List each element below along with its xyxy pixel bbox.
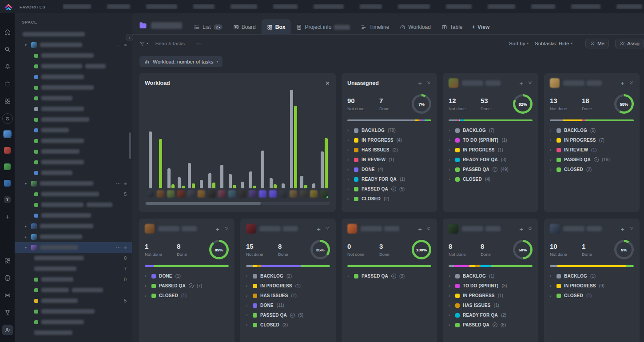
sidebar-item[interactable] (15, 72, 132, 82)
favorite-item-redacted[interactable] (531, 4, 555, 9)
favorite-item-redacted[interactable] (107, 4, 130, 9)
add-task-button[interactable]: + (620, 226, 624, 232)
user-avatar[interactable] (320, 190, 328, 198)
workload-bar-column[interactable] (207, 90, 217, 198)
status-row[interactable]: ›CLOSED(2) (550, 166, 634, 173)
add-task-button[interactable]: + (519, 226, 523, 232)
status-row[interactable]: ›READY FOR QA(3) (449, 156, 533, 163)
filter-button[interactable]: ▾ (139, 41, 148, 47)
favorite-item-redacted[interactable] (360, 4, 382, 9)
workload-bar-column[interactable] (247, 90, 258, 198)
tab-table[interactable]: Table (437, 20, 468, 34)
user-avatar[interactable] (290, 190, 297, 198)
sidebar-item[interactable]: 7 (15, 263, 132, 274)
sidebar-item[interactable] (15, 61, 132, 72)
home-icon[interactable] (2, 27, 13, 37)
user-avatar[interactable] (167, 190, 175, 198)
expand-card-button[interactable] (629, 225, 634, 233)
workload-bar-column[interactable] (186, 90, 196, 198)
status-row[interactable]: ›BACKLOG(1) (449, 273, 533, 279)
status-row[interactable]: ›CLOSED(1) (550, 292, 634, 299)
workload-bar-column[interactable] (227, 90, 237, 198)
add-task-button[interactable]: + (317, 226, 321, 232)
tab-workload[interactable]: Workload (395, 20, 435, 34)
status-row[interactable]: ›PASSED QA✓(3) (347, 273, 431, 279)
sidebar-item[interactable] (15, 199, 132, 210)
status-row[interactable]: ›DONE(11) (246, 302, 330, 309)
sidebar-item[interactable] (15, 317, 132, 327)
subtasks-toggle[interactable]: Subtasks: Hide▾ (535, 41, 572, 46)
favorite-item-redacted[interactable] (571, 4, 600, 9)
search-tasks-input[interactable]: Search tasks... (155, 41, 189, 46)
status-row[interactable]: ›PASSED QA✓(49) (449, 166, 533, 173)
add-task-button[interactable]: + (519, 80, 523, 87)
sidebar-item[interactable] (15, 135, 132, 146)
favorite-item-redacted[interactable] (273, 4, 298, 9)
clickup-logo-icon[interactable] (4, 2, 13, 12)
tab-board[interactable]: Board (228, 20, 261, 34)
sidebar-item[interactable] (15, 157, 132, 167)
sidebar-scrollbar[interactable] (129, 132, 131, 159)
expand-card-button[interactable] (528, 79, 533, 87)
status-row[interactable]: ›CLOSED(2) (347, 195, 431, 202)
tab-box[interactable]: Box (262, 20, 291, 34)
sidebar-folder[interactable]: ▸ (15, 221, 132, 231)
expand-card-button[interactable] (528, 225, 533, 233)
status-row[interactable]: ›READY FOR QA(2) (449, 312, 533, 318)
space-avatar-t[interactable]: T (4, 196, 11, 203)
sidebar-folder[interactable]: ▾⋯ (15, 40, 132, 50)
trophy-icon[interactable] (2, 307, 13, 318)
assignees-button[interactable]: Assig (615, 39, 644, 48)
status-row[interactable]: ›PASSED QA✓(5) (246, 312, 330, 318)
status-row[interactable]: ›BACKLOG(1) (550, 273, 634, 279)
chart-scrollbar[interactable] (145, 202, 330, 205)
status-row[interactable]: ›READY FOR QA(1) (347, 176, 431, 183)
workload-bar-column[interactable] (309, 90, 319, 198)
status-row[interactable]: ›HAS ISSUES(1) (449, 302, 533, 309)
add-task-button[interactable]: + (418, 226, 422, 232)
workload-bar-column[interactable] (166, 90, 176, 198)
status-row[interactable]: ›CLOSED(4) (449, 176, 533, 183)
status-row[interactable]: ›HAS ISSUES(2) (347, 147, 431, 153)
sidebar-item[interactable] (15, 125, 132, 135)
status-row[interactable]: ›IN PROGRESS(1) (449, 147, 533, 153)
docs-icon[interactable] (2, 273, 13, 283)
apps-grid-icon[interactable] (2, 96, 13, 107)
status-row[interactable]: ›PASSED QA✓(5) (347, 186, 431, 192)
user-avatar[interactable] (187, 190, 195, 198)
sidebar-item[interactable] (15, 114, 132, 125)
chevron-down-icon[interactable]: ▾ (24, 43, 28, 47)
workload-metric-select[interactable]: Workload: number of tasks ▾ (139, 56, 223, 67)
status-row[interactable]: ›HAS ISSUES(1) (246, 292, 330, 299)
status-row[interactable]: ›PASSED QA✓(7) (145, 282, 229, 289)
status-row[interactable]: ›IN PROGRESS(7) (550, 137, 634, 143)
expand-card-button[interactable] (325, 225, 330, 233)
user-avatar[interactable] (177, 190, 185, 198)
sidebar-item[interactable] (15, 50, 132, 61)
workload-bar-column[interactable] (145, 90, 155, 198)
sidebar-item[interactable] (15, 82, 132, 93)
favorite-item-redacted[interactable] (193, 4, 215, 9)
space-avatar-blue[interactable] (4, 131, 11, 137)
status-row[interactable]: ›IN PROGRESS(1) (246, 282, 330, 289)
dashboards-icon[interactable] (2, 255, 13, 266)
add-task-button[interactable]: + (215, 226, 219, 232)
tab-count-badge[interactable]: 2 ▾ (214, 24, 223, 30)
sidebar-item[interactable]: 5 (15, 295, 132, 306)
user-avatar[interactable] (157, 190, 164, 198)
status-row[interactable]: ›DONE(1) (145, 273, 229, 279)
favorite-item-redacted[interactable] (146, 4, 177, 9)
chevron-right-icon[interactable]: ▸ (24, 235, 28, 239)
sidebar-folder[interactable]: ▸ (15, 231, 132, 242)
status-row[interactable]: ›PASSED QA✓(8) (449, 322, 533, 328)
status-row[interactable]: ›BACKLOG(2) (246, 273, 330, 279)
expand-card-button[interactable] (426, 225, 431, 233)
user-avatar[interactable] (259, 190, 266, 198)
favorite-item-redacted[interactable] (63, 4, 91, 9)
status-row[interactable]: ›CLOSED(3) (246, 322, 330, 328)
status-row[interactable]: ›TO DO (SPRINT)(1) (449, 137, 533, 143)
status-row[interactable]: ›BACKLOG(5) (550, 127, 634, 134)
chevron-down-icon[interactable]: ▾ (24, 182, 28, 186)
sort-by-button[interactable]: Sort by▾ (509, 41, 529, 46)
favorite-item-redacted[interactable] (314, 4, 344, 9)
